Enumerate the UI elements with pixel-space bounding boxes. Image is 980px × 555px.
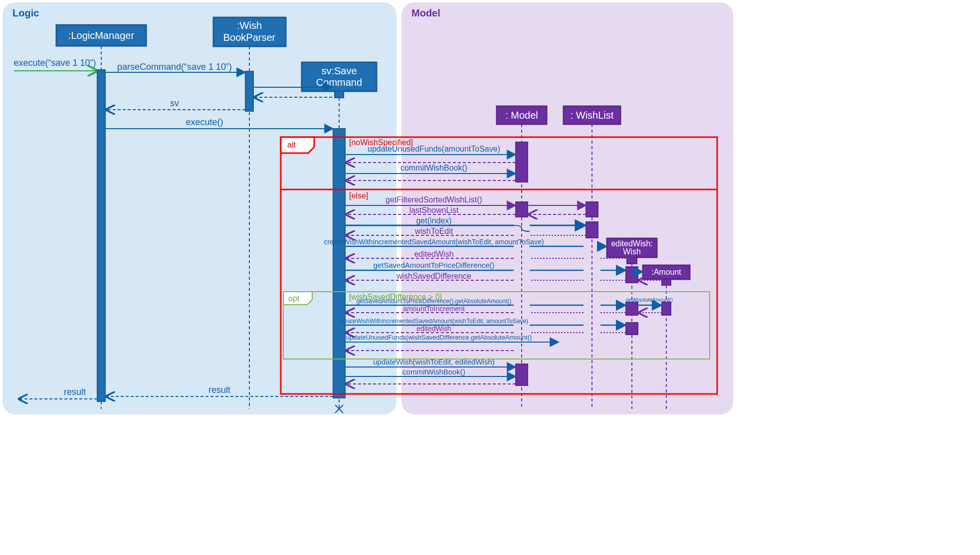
svg-rect-10 <box>335 91 344 98</box>
label-editedWish1: editedWish <box>414 250 453 258</box>
activation-logicmanager <box>97 70 105 401</box>
svg-text:editedWish:: editedWish: <box>611 239 653 248</box>
alt-label: alt <box>287 141 296 149</box>
label-editedWish2: editedWish <box>416 325 451 333</box>
svg-text::LogicManager: :LogicManager <box>68 30 135 41</box>
alt-tag <box>281 137 314 153</box>
label-getSavedDiff: getSavedAmountToPriceDifference() <box>373 261 494 269</box>
label-wishToEdit: wishToEdit <box>414 227 453 235</box>
label-wishSavedDiff: wishSavedDifference <box>396 272 471 280</box>
label-commitWishBook1: commitWishBook() <box>400 164 467 172</box>
activation-wishlist-get <box>586 222 598 238</box>
label-result-out: result <box>64 387 86 397</box>
svg-text:BookParser: BookParser <box>223 32 276 43</box>
label-get-index: get(index) <box>416 216 451 225</box>
label-getAbsB: getAbsoluteAmount() <box>626 297 673 303</box>
svg-rect-28 <box>662 279 671 285</box>
label-createWish1: createWishWithIncrementedSavedAmount(wis… <box>324 238 544 246</box>
label-result-inner: result <box>208 385 230 395</box>
activation-wishbookparser <box>245 71 253 111</box>
activation-editedwish-abs <box>626 302 638 315</box>
label-amountInc: amountToIncrement <box>403 305 465 313</box>
label-createWish2: createWishWithIncrementedSavedAmount(wis… <box>340 318 528 325</box>
label-lastShownList: lastShownList <box>409 206 459 214</box>
svg-text::Amount: :Amount <box>651 268 681 276</box>
activation-editedwish-diff <box>626 267 638 283</box>
label-updateWish: updateWish(wishToEdit, editedWish) <box>373 358 494 366</box>
sequence-diagram: Logic Model execute(“save 1 10”) :LogicM… <box>0 0 736 417</box>
logic-frame-title: Logic <box>12 7 39 18</box>
svg-text:: Model: : Model <box>505 110 538 121</box>
svg-text:: WishList: : WishList <box>571 110 614 121</box>
label-execute-in: execute(“save 1 10”) <box>13 58 96 68</box>
model-frame-title: Model <box>411 7 440 18</box>
svg-text:Wish: Wish <box>623 247 641 256</box>
label-getAbsA: getSavedAmountToPriceDifference().getAbs… <box>357 298 512 305</box>
label-updateUnused2: updateUnusedFunds(wishSavedDifference.ge… <box>346 334 532 341</box>
activation-savecommand <box>333 129 345 398</box>
activation-wishlist-gfswl <box>586 202 598 217</box>
label-sv: sv <box>170 98 179 108</box>
activation-model-gfswl <box>516 202 528 217</box>
alt-guard-2: [else] <box>349 191 368 200</box>
opt-label: opt <box>288 294 300 303</box>
label-parseCommand: parseCommand(“save 1 10”) <box>117 62 232 72</box>
activation-model-uw <box>516 364 528 385</box>
label-updateUnusedFunds1: updateUnusedFunds(amountToSave) <box>368 145 500 153</box>
activation-model-1 <box>516 142 528 182</box>
label-getFilteredSortedWishList: getFilteredSortedWishList() <box>386 195 482 204</box>
activation-amount-abs <box>662 302 671 315</box>
svg-text:Command: Command <box>316 77 362 88</box>
label-commit2: commitWishBook() <box>402 368 465 376</box>
activation-editedwish-cw2 <box>626 323 638 335</box>
label-execute: execute() <box>186 117 223 127</box>
svg-rect-24 <box>627 257 637 264</box>
svg-text::Wish: :Wish <box>237 20 262 31</box>
svg-text:sv:Save: sv:Save <box>321 65 357 76</box>
